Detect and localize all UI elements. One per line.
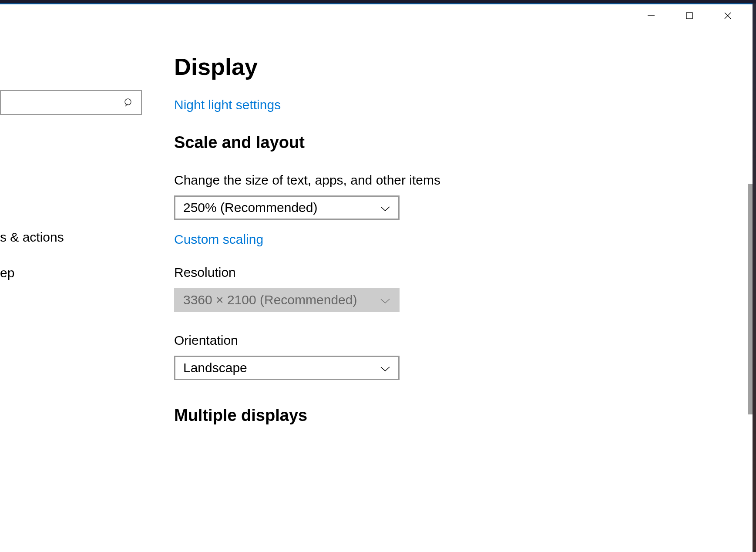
resolution-dropdown-value: 3360 × 2100 (Recommended) (183, 293, 357, 307)
chevron-down-icon (380, 200, 390, 215)
multiple-displays-heading: Multiple displays (174, 406, 753, 425)
window-body: s & actions ep Display Night light setti… (0, 27, 753, 552)
scale-label: Change the size of text, apps, and other… (174, 173, 753, 188)
scrollbar-thumb[interactable] (748, 184, 753, 414)
maximize-button[interactable] (676, 5, 703, 26)
resolution-dropdown: 3360 × 2100 (Recommended) (174, 288, 400, 312)
close-icon (723, 11, 732, 20)
sidebar-item-label: s & actions (0, 230, 64, 244)
page-title: Display (174, 53, 753, 80)
desktop-background-strip (753, 3, 756, 552)
window-titlebar (0, 4, 753, 27)
maximize-icon (685, 11, 694, 20)
settings-window: s & actions ep Display Night light setti… (0, 3, 753, 552)
orientation-dropdown-value: Landscape (183, 360, 247, 375)
search-icon (124, 98, 134, 108)
spacer (174, 324, 753, 333)
scale-dropdown-value: 250% (Recommended) (183, 200, 317, 215)
main-content: Display Night light settings Scale and l… (174, 27, 753, 552)
svg-rect-1 (686, 13, 692, 19)
sidebar-item-notifications-actions[interactable]: s & actions (0, 219, 174, 255)
sidebar-item-power-sleep[interactable]: ep (0, 255, 174, 291)
sidebar-nav: s & actions ep (0, 219, 174, 291)
minimize-icon (647, 11, 655, 20)
orientation-label: Orientation (174, 333, 753, 348)
search-input[interactable] (0, 90, 142, 115)
scale-and-layout-heading: Scale and layout (174, 133, 753, 152)
chevron-down-icon (380, 360, 390, 375)
custom-scaling-link[interactable]: Custom scaling (174, 232, 753, 247)
orientation-dropdown[interactable]: Landscape (174, 356, 400, 380)
minimize-button[interactable] (638, 5, 665, 26)
night-light-settings-link[interactable]: Night light settings (174, 98, 753, 112)
sidebar: s & actions ep (0, 27, 174, 552)
svg-point-4 (125, 99, 131, 105)
sidebar-item-label: ep (0, 266, 14, 280)
resolution-label: Resolution (174, 265, 753, 280)
chevron-down-icon (380, 293, 390, 307)
vertical-scrollbar[interactable] (747, 27, 753, 552)
scale-dropdown[interactable]: 250% (Recommended) (174, 195, 400, 220)
close-button[interactable] (714, 5, 741, 26)
